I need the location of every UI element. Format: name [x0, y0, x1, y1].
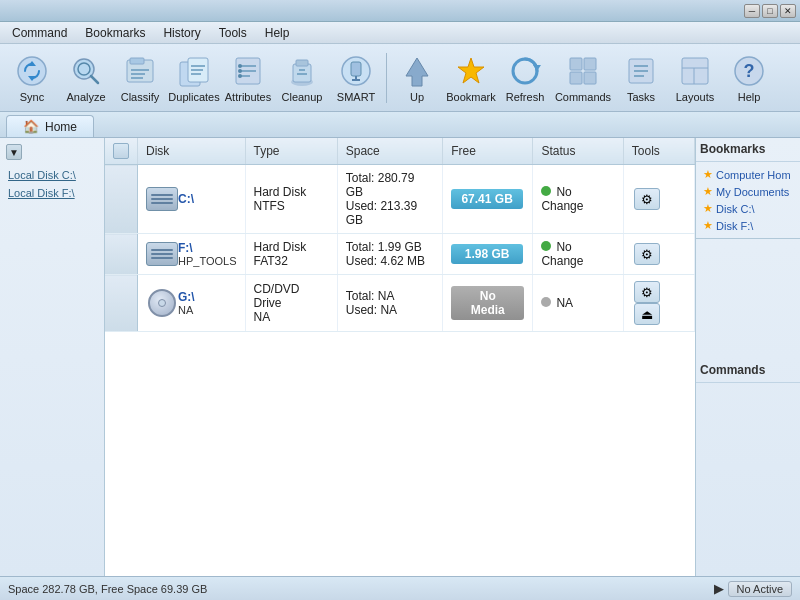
- menu-history[interactable]: History: [155, 24, 208, 42]
- sync-icon: [14, 53, 50, 89]
- tools-btn-settings-0[interactable]: ⚙: [634, 188, 660, 210]
- free-badge-1[interactable]: 1.98 GB: [451, 244, 523, 264]
- svg-point-21: [238, 69, 242, 73]
- svg-rect-25: [296, 60, 308, 66]
- status-right: ▶ No Active: [714, 581, 792, 597]
- toolbar-attributes[interactable]: Attributes: [222, 49, 274, 107]
- home-tab-icon: 🏠: [23, 119, 39, 134]
- free-badge-0[interactable]: 67.41 GB: [451, 189, 523, 209]
- commands-icon: [565, 53, 601, 89]
- svg-rect-36: [570, 58, 582, 70]
- space-cell-2: Total: NAUsed: NA: [337, 275, 442, 332]
- status-left: Space 282.78 GB, Free Space 69.39 GB: [8, 583, 207, 595]
- content-area: Disk Type Space Free Status Tools C:\ Ha…: [105, 138, 695, 576]
- toolbar-sync[interactable]: Sync: [6, 49, 58, 107]
- free-badge-2[interactable]: No Media: [451, 286, 524, 320]
- duplicates-icon: [176, 53, 212, 89]
- sidebar-collapse-btn[interactable]: ▼: [6, 144, 22, 160]
- free-cell-1[interactable]: 1.98 GB: [443, 234, 533, 275]
- refresh-icon: [507, 53, 543, 89]
- analyze-icon: [68, 53, 104, 89]
- help-icon: ?: [731, 53, 767, 89]
- svg-marker-32: [406, 58, 428, 86]
- type-cell-0: Hard DiskNTFS: [245, 165, 337, 234]
- star-icon-0: ★: [703, 168, 713, 181]
- star-icon-2: ★: [703, 202, 713, 215]
- sidebar: ▼ Local Disk C:\ Local Disk F:\: [0, 138, 105, 576]
- star-icon-1: ★: [703, 185, 713, 198]
- bookmark-label-0: Computer Hom: [716, 169, 791, 181]
- toolbar-commands[interactable]: Commands: [553, 49, 613, 107]
- toolbar-up[interactable]: Up: [391, 49, 443, 107]
- sidebar-item-c[interactable]: Local Disk C:\: [4, 166, 100, 184]
- toolbar-classify[interactable]: Classify: [114, 49, 166, 107]
- bookmark-my-documents[interactable]: ★ My Documents: [700, 183, 796, 200]
- toolbar-smart[interactable]: SMART: [330, 49, 382, 107]
- toolbar-cleanup[interactable]: Cleanup: [276, 49, 328, 107]
- tools-btn-settings-2[interactable]: ⚙: [634, 281, 660, 303]
- disk-cell-2: G:\ NA: [138, 275, 246, 332]
- svg-rect-29: [351, 62, 361, 76]
- col-header-disk: Disk: [138, 138, 246, 165]
- toolbar-bookmark[interactable]: Bookmark: [445, 49, 497, 107]
- menu-tools[interactable]: Tools: [211, 24, 255, 42]
- select-all-btn[interactable]: [113, 143, 129, 159]
- menu-help[interactable]: Help: [257, 24, 298, 42]
- menu-bookmarks[interactable]: Bookmarks: [77, 24, 153, 42]
- bookmark-star-icon: [453, 53, 489, 89]
- col-header-space: Space: [337, 138, 442, 165]
- maximize-button[interactable]: □: [762, 4, 778, 18]
- bookmark-disk-f[interactable]: ★ Disk F:\: [700, 217, 796, 234]
- space-cell-0: Total: 280.79 GBUsed: 213.39 GB: [337, 165, 442, 234]
- close-button[interactable]: ✕: [780, 4, 796, 18]
- svg-rect-7: [130, 58, 144, 64]
- title-bar: ─ □ ✕: [0, 0, 800, 22]
- svg-line-5: [91, 76, 98, 83]
- free-cell-2[interactable]: No Media: [443, 275, 533, 332]
- free-cell-0[interactable]: 67.41 GB: [443, 165, 533, 234]
- minimize-button[interactable]: ─: [744, 4, 760, 18]
- menu-bar: Command Bookmarks History Tools Help: [0, 22, 800, 44]
- up-icon: [399, 53, 435, 89]
- svg-rect-37: [584, 58, 596, 70]
- table-row[interactable]: F:\ HP_TOOLS Hard DiskFAT32Total: 1.99 G…: [105, 234, 695, 275]
- toolbar-refresh[interactable]: Refresh: [499, 49, 551, 107]
- toolbar-duplicates[interactable]: Duplicates: [168, 49, 220, 107]
- tasks-icon: [623, 53, 659, 89]
- svg-rect-39: [584, 72, 596, 84]
- tab-bar: 🏠 Home: [0, 112, 800, 138]
- title-bar-buttons: ─ □ ✕: [744, 4, 796, 18]
- svg-text:?: ?: [744, 61, 755, 81]
- toolbar-help[interactable]: ? Help: [723, 49, 775, 107]
- svg-rect-44: [682, 58, 708, 84]
- toolbar-analyze[interactable]: Analyze: [60, 49, 112, 107]
- bookmark-computer-home[interactable]: ★ Computer Hom: [700, 166, 796, 183]
- table-row[interactable]: G:\ NA CD/DVD DriveNATotal: NAUsed: NANo…: [105, 275, 695, 332]
- tools-cell-1: ⚙: [623, 234, 694, 275]
- main-layout: ▼ Local Disk C:\ Local Disk F:\ Disk Typ…: [0, 138, 800, 576]
- toolbar-layouts[interactable]: Layouts: [669, 49, 721, 107]
- bookmarks-empty-area: [696, 239, 800, 359]
- menu-command[interactable]: Command: [4, 24, 75, 42]
- status-indicator-icon: ▶: [714, 581, 724, 596]
- tools-btn-settings-1[interactable]: ⚙: [634, 243, 660, 265]
- tools-cell-2: ⚙⏏: [623, 275, 694, 332]
- star-icon-3: ★: [703, 219, 713, 232]
- right-panel: Bookmarks ★ Computer Hom ★ My Documents …: [695, 138, 800, 576]
- table-row[interactable]: C:\ Hard DiskNTFSTotal: 280.79 GBUsed: 2…: [105, 165, 695, 234]
- col-header-type: Type: [245, 138, 337, 165]
- status-cell-2: NA: [533, 275, 623, 332]
- bookmark-label-3: Disk F:\: [716, 220, 753, 232]
- tab-home[interactable]: 🏠 Home: [6, 115, 94, 137]
- bookmark-disk-c[interactable]: ★ Disk C:\: [700, 200, 796, 217]
- bookmarks-section: ★ Computer Hom ★ My Documents ★ Disk C:\…: [696, 162, 800, 239]
- toolbar-separator-1: [386, 53, 387, 103]
- status-bar: Space 282.78 GB, Free Space 69.39 GB ▶ N…: [0, 576, 800, 600]
- tools-btn-eject-2[interactable]: ⏏: [634, 303, 660, 325]
- type-cell-2: CD/DVD DriveNA: [245, 275, 337, 332]
- svg-rect-38: [570, 72, 582, 84]
- status-dot-2: [541, 297, 551, 307]
- col-header-tools: Tools: [623, 138, 694, 165]
- sidebar-item-f[interactable]: Local Disk F:\: [4, 184, 100, 202]
- toolbar-tasks[interactable]: Tasks: [615, 49, 667, 107]
